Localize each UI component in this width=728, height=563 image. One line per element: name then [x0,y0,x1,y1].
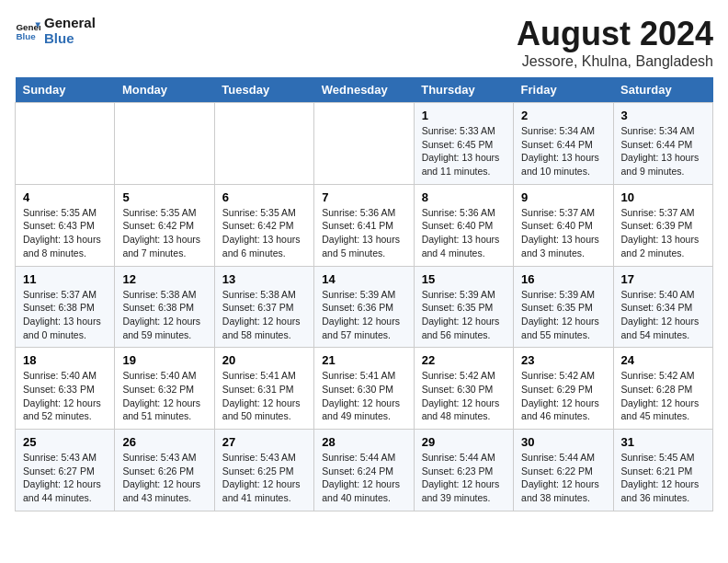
day-detail: Sunrise: 5:35 AM Sunset: 6:43 PM Dayligh… [23,206,107,260]
day-number: 9 [521,190,605,204]
calendar-cell: 19Sunrise: 5:40 AM Sunset: 6:32 PM Dayli… [115,348,214,430]
day-number: 31 [621,435,705,449]
day-detail: Sunrise: 5:38 AM Sunset: 6:38 PM Dayligh… [122,288,206,342]
subtitle: Jessore, Khulna, Bangladesh [517,53,713,70]
day-number: 27 [222,435,306,449]
day-detail: Sunrise: 5:34 AM Sunset: 6:44 PM Dayligh… [621,124,705,178]
calendar-cell: 9Sunrise: 5:37 AM Sunset: 6:40 PM Daylig… [514,184,613,266]
day-detail: Sunrise: 5:42 AM Sunset: 6:28 PM Dayligh… [621,369,705,423]
calendar-cell: 24Sunrise: 5:42 AM Sunset: 6:28 PM Dayli… [613,348,712,430]
calendar-cell: 27Sunrise: 5:43 AM Sunset: 6:25 PM Dayli… [214,430,313,511]
day-number: 4 [23,190,107,204]
day-header-wednesday: Wednesday [314,77,414,103]
calendar-cell: 28Sunrise: 5:44 AM Sunset: 6:24 PM Dayli… [314,430,414,511]
day-number: 24 [621,353,705,367]
day-number: 15 [422,272,506,286]
logo-blue: Blue [44,30,96,46]
calendar-week-row: 1Sunrise: 5:33 AM Sunset: 6:45 PM Daylig… [16,103,713,185]
day-detail: Sunrise: 5:39 AM Sunset: 6:35 PM Dayligh… [422,288,506,342]
calendar-cell: 26Sunrise: 5:43 AM Sunset: 6:26 PM Dayli… [115,430,214,511]
day-detail: Sunrise: 5:44 AM Sunset: 6:22 PM Dayligh… [521,451,605,505]
calendar-week-row: 18Sunrise: 5:40 AM Sunset: 6:33 PM Dayli… [16,348,713,430]
calendar-cell: 16Sunrise: 5:39 AM Sunset: 6:35 PM Dayli… [514,266,613,348]
day-number: 2 [521,109,605,122]
day-number: 30 [521,435,605,449]
day-detail: Sunrise: 5:43 AM Sunset: 6:27 PM Dayligh… [23,451,107,505]
day-number: 23 [521,353,605,367]
calendar-week-row: 11Sunrise: 5:37 AM Sunset: 6:38 PM Dayli… [16,266,713,348]
calendar-cell [115,103,214,185]
calendar-cell: 1Sunrise: 5:33 AM Sunset: 6:45 PM Daylig… [414,103,513,185]
day-number: 28 [322,435,405,449]
calendar-cell: 15Sunrise: 5:39 AM Sunset: 6:35 PM Dayli… [414,266,513,348]
day-detail: Sunrise: 5:44 AM Sunset: 6:24 PM Dayligh… [322,451,405,505]
calendar-week-row: 25Sunrise: 5:43 AM Sunset: 6:27 PM Dayli… [16,430,713,511]
calendar-table: SundayMondayTuesdayWednesdayThursdayFrid… [15,77,713,511]
day-header-monday: Monday [115,77,214,103]
logo-general: General [44,15,96,30]
logo-icon: General Blue [15,17,40,43]
day-detail: Sunrise: 5:42 AM Sunset: 6:30 PM Dayligh… [422,369,506,423]
day-number: 7 [322,190,405,204]
calendar-header-row: SundayMondayTuesdayWednesdayThursdayFrid… [16,77,713,103]
calendar-cell [214,103,313,185]
day-header-tuesday: Tuesday [214,77,313,103]
calendar-cell: 17Sunrise: 5:40 AM Sunset: 6:34 PM Dayli… [613,266,712,348]
day-header-saturday: Saturday [613,77,712,103]
calendar-cell: 14Sunrise: 5:39 AM Sunset: 6:36 PM Dayli… [314,266,414,348]
calendar-cell: 6Sunrise: 5:35 AM Sunset: 6:42 PM Daylig… [214,184,313,266]
day-detail: Sunrise: 5:33 AM Sunset: 6:45 PM Dayligh… [422,124,506,178]
calendar-cell: 3Sunrise: 5:34 AM Sunset: 6:44 PM Daylig… [613,103,712,185]
calendar-cell: 2Sunrise: 5:34 AM Sunset: 6:44 PM Daylig… [514,103,613,185]
day-detail: Sunrise: 5:42 AM Sunset: 6:29 PM Dayligh… [521,369,605,423]
calendar-cell: 22Sunrise: 5:42 AM Sunset: 6:30 PM Dayli… [414,348,513,430]
day-detail: Sunrise: 5:37 AM Sunset: 6:39 PM Dayligh… [621,206,705,260]
day-detail: Sunrise: 5:41 AM Sunset: 6:30 PM Dayligh… [322,369,405,423]
calendar-cell [16,103,115,185]
calendar-cell: 20Sunrise: 5:41 AM Sunset: 6:31 PM Dayli… [214,348,313,430]
calendar-week-row: 4Sunrise: 5:35 AM Sunset: 6:43 PM Daylig… [16,184,713,266]
calendar-cell: 23Sunrise: 5:42 AM Sunset: 6:29 PM Dayli… [514,348,613,430]
day-detail: Sunrise: 5:36 AM Sunset: 6:40 PM Dayligh… [422,206,506,260]
calendar-cell: 5Sunrise: 5:35 AM Sunset: 6:42 PM Daylig… [115,184,214,266]
day-detail: Sunrise: 5:38 AM Sunset: 6:37 PM Dayligh… [222,288,306,342]
calendar-cell: 11Sunrise: 5:37 AM Sunset: 6:38 PM Dayli… [16,266,115,348]
day-number: 16 [521,272,605,286]
day-detail: Sunrise: 5:39 AM Sunset: 6:35 PM Dayligh… [521,288,605,342]
day-number: 19 [122,353,206,367]
day-detail: Sunrise: 5:35 AM Sunset: 6:42 PM Dayligh… [122,206,206,260]
day-detail: Sunrise: 5:44 AM Sunset: 6:23 PM Dayligh… [422,451,506,505]
day-number: 14 [322,272,405,286]
calendar-cell: 12Sunrise: 5:38 AM Sunset: 6:38 PM Dayli… [115,266,214,348]
day-detail: Sunrise: 5:45 AM Sunset: 6:21 PM Dayligh… [621,451,705,505]
day-detail: Sunrise: 5:39 AM Sunset: 6:36 PM Dayligh… [322,288,405,342]
main-title: August 2024 [517,15,713,53]
day-detail: Sunrise: 5:36 AM Sunset: 6:41 PM Dayligh… [322,206,405,260]
day-header-friday: Friday [514,77,613,103]
logo: General Blue General Blue [15,15,96,46]
day-number: 21 [322,353,405,367]
day-detail: Sunrise: 5:41 AM Sunset: 6:31 PM Dayligh… [222,369,306,423]
day-header-thursday: Thursday [414,77,513,103]
day-number: 20 [222,353,306,367]
day-number: 29 [422,435,506,449]
day-number: 26 [122,435,206,449]
day-number: 6 [222,190,306,204]
calendar-cell: 18Sunrise: 5:40 AM Sunset: 6:33 PM Dayli… [16,348,115,430]
svg-text:Blue: Blue [16,31,36,41]
day-detail: Sunrise: 5:37 AM Sunset: 6:40 PM Dayligh… [521,206,605,260]
day-number: 5 [122,190,206,204]
day-number: 10 [621,190,705,204]
day-detail: Sunrise: 5:37 AM Sunset: 6:38 PM Dayligh… [23,288,107,342]
day-header-sunday: Sunday [16,77,115,103]
day-detail: Sunrise: 5:35 AM Sunset: 6:42 PM Dayligh… [222,206,306,260]
day-number: 12 [122,272,206,286]
calendar-cell: 30Sunrise: 5:44 AM Sunset: 6:22 PM Dayli… [514,430,613,511]
calendar-cell: 13Sunrise: 5:38 AM Sunset: 6:37 PM Dayli… [214,266,313,348]
day-number: 25 [23,435,107,449]
calendar-cell: 10Sunrise: 5:37 AM Sunset: 6:39 PM Dayli… [613,184,712,266]
day-number: 8 [422,190,506,204]
day-number: 3 [621,109,705,122]
day-detail: Sunrise: 5:34 AM Sunset: 6:44 PM Dayligh… [521,124,605,178]
calendar-cell: 8Sunrise: 5:36 AM Sunset: 6:40 PM Daylig… [414,184,513,266]
